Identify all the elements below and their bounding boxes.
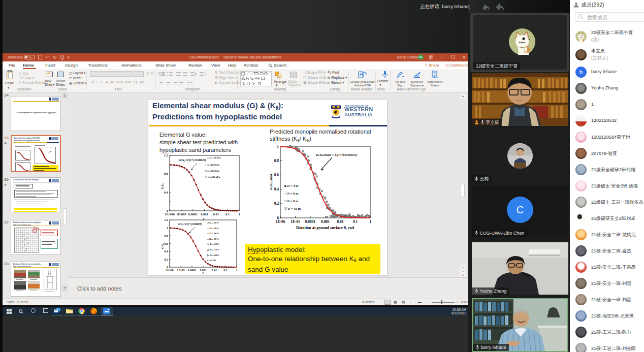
svg-text:▽ D = 10 m: ▽ D = 10 m <box>284 207 301 211</box>
svg-text:0.01: 0.01 <box>337 219 343 224</box>
svg-text:0.2: 0.2 <box>165 258 169 261</box>
svg-text:1: 1 <box>369 219 371 224</box>
svg-text:0.0001: 0.0001 <box>188 212 198 216</box>
svg-text:□ σ′=200 kPa: □ σ′=200 kPa <box>205 170 220 172</box>
svg-text:0.8: 0.8 <box>165 234 169 237</box>
svg-text:1E-05: 1E-05 <box>291 219 300 224</box>
svg-text:△ Dᵣ= 70%: △ Dᵣ= 70% <box>207 248 219 251</box>
svg-text:□ D = 8 m: □ D = 8 m <box>284 199 299 203</box>
svg-text:● Dᵣ= 20%: ● Dᵣ= 20% <box>207 221 219 224</box>
svg-text:0.0001: 0.0001 <box>305 219 316 224</box>
svg-text:e′=0.782: e′=0.782 <box>207 259 216 262</box>
svg-text:▽ Dᵣ= 60%: ▽ Dᵣ= 60% <box>207 243 219 245</box>
svg-text:G/G₀=1/(1+γ/0.00025): G/G₀=1/(1+γ/0.00025) <box>179 158 206 162</box>
svg-text:0: 0 <box>167 266 168 269</box>
svg-text:1E-06: 1E-06 <box>166 269 174 272</box>
svg-text:○ D = 6 m: ○ D = 6 m <box>284 191 299 195</box>
svg-text:1: 1 <box>277 144 279 149</box>
svg-text:0: 0 <box>167 209 168 212</box>
svg-text:0: 0 <box>277 216 279 220</box>
svg-text:0.6: 0.6 <box>165 242 169 245</box>
svg-text:G/G₀: G/G₀ <box>161 182 164 189</box>
svg-text:0.01: 0.01 <box>212 269 217 272</box>
svg-text:0.1: 0.1 <box>353 219 358 224</box>
svg-text:○ σ′=100 kPa: ○ σ′=100 kPa <box>205 164 220 166</box>
svg-text:▽ σ′=400 kPa: ▽ σ′=400 kPa <box>205 176 220 178</box>
svg-text:1: 1 <box>238 212 240 216</box>
svg-text:γ: γ <box>202 271 204 274</box>
svg-text:G/G₀=1/(1+γ/0.00025): G/G₀=1/(1+γ/0.00025) <box>178 222 202 226</box>
svg-text:0.6: 0.6 <box>274 173 279 177</box>
svg-text:1: 1 <box>167 227 168 230</box>
svg-text:□ Dᵣ= 40%: □ Dᵣ= 40% <box>207 232 219 235</box>
svg-text:Kₜ/Kₜ,initial: Kₜ/Kₜ,initial <box>270 174 273 189</box>
svg-text:0.2: 0.2 <box>274 201 279 206</box>
svg-text:○ Dᵣ= 30%: ○ Dᵣ= 30% <box>207 227 219 230</box>
svg-text:0.4: 0.4 <box>164 190 169 194</box>
svg-text:Rotation at ground surface θ,: Rotation at ground surface θ, rad <box>296 226 355 230</box>
svg-text:0.1: 0.1 <box>226 212 230 216</box>
svg-text:0.4: 0.4 <box>274 187 279 191</box>
svg-text:Kₜ/Kₜ,initial = 1/[1+(θ/0.0002: Kₜ/Kₜ,initial = 1/[1+(θ/0.00025)] <box>315 153 358 157</box>
svg-text:+ σ′= 50 kPa: + σ′= 50 kPa <box>207 156 221 159</box>
svg-text:0.8: 0.8 <box>274 158 279 163</box>
svg-text:0.4: 0.4 <box>165 250 169 253</box>
svg-text:+ Dᵣ= 50%: + Dᵣ= 50% <box>207 238 219 240</box>
svg-text:1E-006: 1E-006 <box>165 212 175 216</box>
svg-text:0.001: 0.001 <box>201 212 208 216</box>
svg-text:1.2: 1.2 <box>164 153 168 157</box>
svg-text:G/G₀: G/G₀ <box>161 243 164 249</box>
svg-text:0.001: 0.001 <box>321 219 330 224</box>
svg-text:1.2: 1.2 <box>165 218 169 221</box>
svg-text:0.0001: 0.0001 <box>188 269 197 272</box>
svg-text:0.8: 0.8 <box>164 172 169 175</box>
svg-text:0.01: 0.01 <box>213 212 219 216</box>
svg-text:1E-05: 1E-05 <box>177 269 185 272</box>
svg-text:1E-005: 1E-005 <box>176 212 186 216</box>
svg-text:▷ Dᵣ= 80%: ▷ Dᵣ= 80% <box>207 254 219 257</box>
svg-text:■ D = 4 m: ■ D = 4 m <box>284 184 299 187</box>
svg-text:1: 1 <box>236 269 238 272</box>
svg-text:0.1: 0.1 <box>223 269 228 272</box>
